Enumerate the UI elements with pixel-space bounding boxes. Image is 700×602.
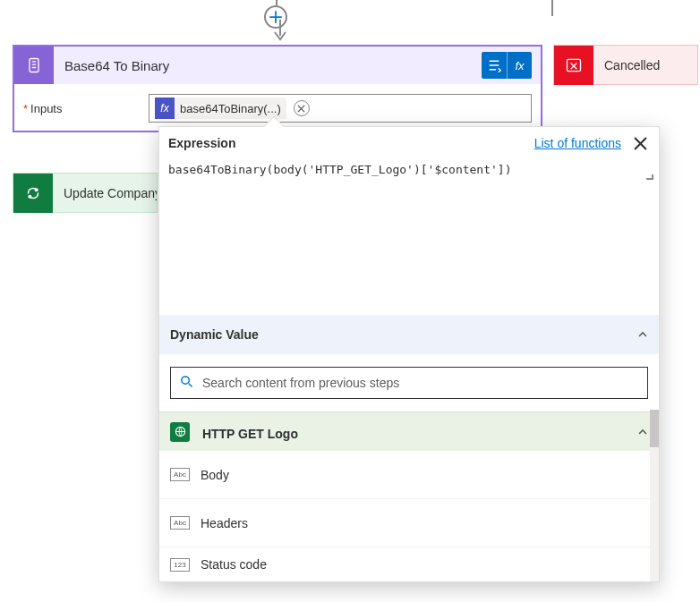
connector-line [551,0,553,16]
action-card-update-company[interactable]: Update Company [13,173,158,213]
expression-editor-panel: Expression List of functions base64ToBin… [158,126,660,582]
dynamic-content-search[interactable]: Search content from previous steps [170,367,648,399]
connector-line [272,20,281,41]
output-item[interactable]: Abc Body [159,451,659,499]
fx-icon: fx [155,98,175,119]
type-badge: Abc [170,468,190,481]
chevron-up-icon [637,427,648,437]
dynamic-value-section-header[interactable]: Dynamic Value [159,315,659,354]
arrow-down-icon [272,20,288,43]
output-item-label: Body [201,468,229,482]
expression-token-label: base64ToBinary(...) [180,102,281,115]
close-icon [297,105,305,113]
inputs-field[interactable]: fx base64ToBinary(...) [149,94,532,123]
search-placeholder-text: Search content from previous steps [202,376,399,390]
card-title: Update Company [53,186,157,200]
action-card-cancelled[interactable]: Cancelled [553,45,698,85]
list-functions-link[interactable]: List of functions [534,136,621,150]
http-icon [170,422,190,442]
output-item-label: Status code [201,557,267,572]
svg-point-2 [28,194,31,198]
expression-editor-title: Expression [168,136,235,150]
close-button[interactable] [630,133,650,153]
fx-icon[interactable]: fx [507,52,532,79]
chevron-up-icon [637,329,648,340]
output-item-label: Headers [201,516,248,530]
dataverse-icon [13,174,53,213]
close-icon [634,137,647,150]
search-icon [180,375,193,391]
dynamic-content-icon[interactable] [482,52,507,79]
card-title: Base64 To Binary [64,58,471,73]
expression-token[interactable]: fx base64ToBinary(...) [155,98,286,119]
type-badge: Abc [170,516,190,530]
clear-token-button[interactable] [294,100,310,116]
output-item[interactable]: 123 Status code [159,547,659,581]
type-badge: 123 [170,558,190,572]
source-step-header[interactable]: HTTP GET Logo [159,411,659,451]
inputs-field-label: *Inputs [23,102,140,115]
data-operations-icon [14,47,54,84]
svg-point-4 [182,377,189,384]
terminate-icon [554,46,593,85]
scrollbar-thumb[interactable] [650,410,659,447]
svg-point-3 [35,188,38,191]
expression-mode-toggle[interactable]: fx [482,52,532,79]
output-item[interactable]: Abc Headers [159,499,659,547]
card-title: Cancelled [593,58,697,72]
expression-code-input[interactable]: base64ToBinary(body('HTTP_GET_Logo')['$c… [159,159,659,178]
